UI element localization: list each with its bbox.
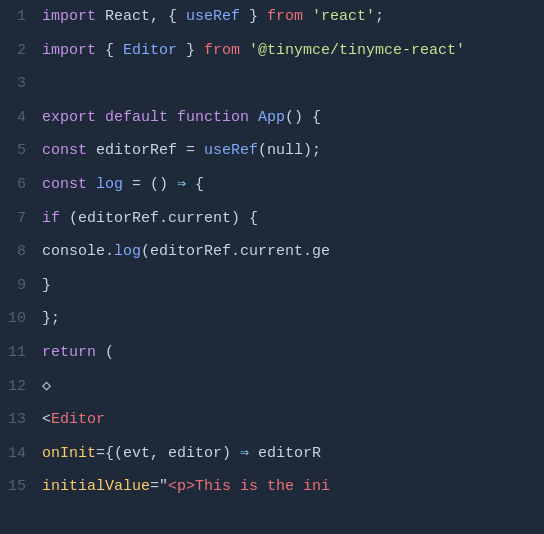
line-content: import React, { useRef } from 'react'; <box>42 0 544 34</box>
line-content: const editorRef = useRef(null); <box>42 134 544 168</box>
code-line: 7 if (editorRef.current) { <box>0 202 544 236</box>
token-plain: } <box>42 277 51 294</box>
code-line: 2import { Editor } from '@tinymce/tinymc… <box>0 34 544 68</box>
code-line: 6 const log = () ⇒ { <box>0 168 544 202</box>
line-content: return ( <box>42 336 544 370</box>
line-number: 14 <box>0 437 42 471</box>
token-plain: ; <box>375 8 384 25</box>
code-editor: 1import React, { useRef } from 'react';2… <box>0 0 544 534</box>
code-line: 9 } <box>0 269 544 303</box>
line-content: } <box>42 269 544 303</box>
line-content: const log = () ⇒ { <box>42 168 544 202</box>
token-str-red: <p>This is the ini <box>168 478 330 495</box>
token-plain: editorRef <box>96 142 177 159</box>
code-line: 3 <box>0 67 544 101</box>
token-plain: { <box>186 176 204 193</box>
line-content: <Editor <box>42 403 544 437</box>
token-kw: return <box>42 344 105 361</box>
line-number: 6 <box>0 168 42 202</box>
token-kw: const <box>42 176 96 193</box>
line-content: ◇ <box>42 370 544 404</box>
token-tag: Editor <box>51 411 105 428</box>
token-plain: =" <box>150 478 168 495</box>
token-attr: onInit <box>42 445 96 462</box>
code-line: 15 initialValue="<p>This is the ini <box>0 470 544 504</box>
token-plain: , { <box>150 8 186 25</box>
token-plain: = () <box>123 176 177 193</box>
token-plain: }; <box>42 310 60 327</box>
token-kw: if <box>42 210 69 227</box>
line-number: 9 <box>0 269 42 303</box>
token-arrow: ⇒ <box>177 176 186 193</box>
line-number: 4 <box>0 101 42 135</box>
code-line: 10 }; <box>0 302 544 336</box>
token-plain: (editorRef.current) { <box>69 210 258 227</box>
code-line: 5 const editorRef = useRef(null); <box>0 134 544 168</box>
token-kw: import <box>42 8 105 25</box>
token-kw: function <box>177 109 258 126</box>
token-plain: ( <box>105 344 114 361</box>
code-line: 4export default function App() { <box>0 101 544 135</box>
token-plain: (null); <box>258 142 321 159</box>
token-attr: initialValue <box>42 478 150 495</box>
line-number: 12 <box>0 370 42 404</box>
token-fn: useRef <box>204 142 258 159</box>
token-plain: editorR <box>249 445 321 462</box>
token-diamond: ◇ <box>42 378 51 395</box>
line-content: export default function App() { <box>42 101 544 135</box>
token-kw: default <box>105 109 177 126</box>
line-content: initialValue="<p>This is the ini <box>42 470 544 504</box>
line-content: onInit={(evt, editor) ⇒ editorR <box>42 437 544 471</box>
token-kw: import <box>42 42 105 59</box>
line-number: 3 <box>0 67 42 101</box>
line-content: }; <box>42 302 544 336</box>
token-plain: < <box>42 411 51 428</box>
code-line: 13 <Editor <box>0 403 544 437</box>
code-line: 11 return ( <box>0 336 544 370</box>
token-from-kw: from <box>204 42 249 59</box>
token-plain: = <box>177 142 204 159</box>
line-number: 2 <box>0 34 42 68</box>
token-arrow: ⇒ <box>240 445 249 462</box>
token-plain: ={(evt, editor) <box>96 445 240 462</box>
line-number: 11 <box>0 336 42 370</box>
code-line: 14 onInit={(evt, editor) ⇒ editorR <box>0 437 544 471</box>
token-from-kw: from <box>267 8 312 25</box>
token-str: 'react' <box>312 8 375 25</box>
token-plain: React <box>105 8 150 25</box>
code-line: 12 ◇ <box>0 370 544 404</box>
line-number: 5 <box>0 134 42 168</box>
token-plain: console. <box>42 243 114 260</box>
line-number: 7 <box>0 202 42 236</box>
token-plain: () { <box>285 109 321 126</box>
token-plain: } <box>240 8 267 25</box>
line-number: 15 <box>0 470 42 504</box>
token-fn: log <box>96 176 123 193</box>
token-fn: Editor <box>123 42 177 59</box>
line-number: 8 <box>0 235 42 269</box>
token-str: '@tinymce/tinymce-react' <box>249 42 465 59</box>
line-number: 1 <box>0 0 42 34</box>
line-content: import { Editor } from '@tinymce/tinymce… <box>42 34 544 68</box>
token-kw: export <box>42 109 105 126</box>
line-number: 13 <box>0 403 42 437</box>
token-plain: { <box>105 42 123 59</box>
code-line: 8 console.log(editorRef.current.ge <box>0 235 544 269</box>
token-fn: useRef <box>186 8 240 25</box>
token-plain: (editorRef.current.ge <box>141 243 330 260</box>
line-number: 10 <box>0 302 42 336</box>
token-kw: const <box>42 142 96 159</box>
line-content: console.log(editorRef.current.ge <box>42 235 544 269</box>
token-plain: } <box>177 42 204 59</box>
line-content: if (editorRef.current) { <box>42 202 544 236</box>
token-fn: log <box>114 243 141 260</box>
code-line: 1import React, { useRef } from 'react'; <box>0 0 544 34</box>
token-fn: App <box>258 109 285 126</box>
